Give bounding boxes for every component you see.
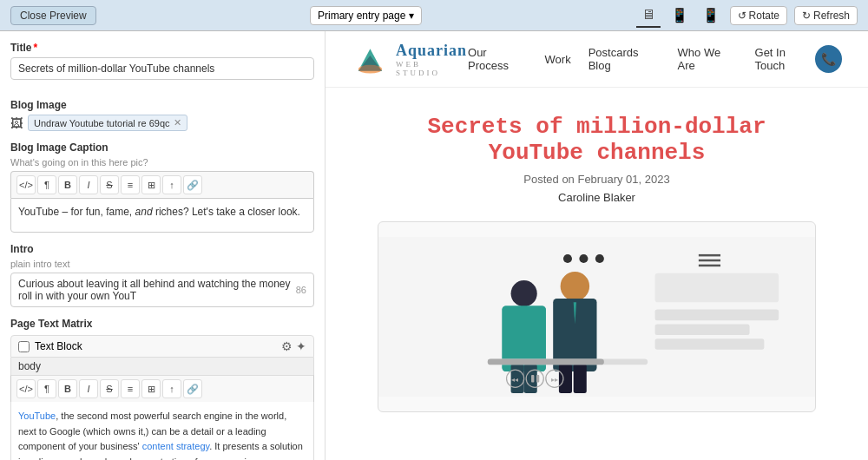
site-logo: Aquarian WEB STUDIO <box>352 40 468 78</box>
toolbar-image-btn[interactable]: ⊞ <box>141 175 161 194</box>
blog-content: Secrets of million-dollar YouTube channe… <box>326 88 868 438</box>
toolbar-strike-btn[interactable]: S <box>100 175 119 194</box>
phone-icon: 📞 <box>821 52 836 66</box>
blog-title: Secrets of million-dollar YouTube channe… <box>378 114 816 166</box>
youtube-link[interactable]: YouTube <box>18 411 56 421</box>
required-indicator: * <box>33 42 37 54</box>
nav-postcards-blog[interactable]: Postcards Blog <box>589 46 661 72</box>
svg-rect-8 <box>699 260 720 262</box>
top-bar-right: 🖥 📱 📱 ↺ Rotate ↻ Refresh <box>636 3 858 28</box>
blog-image-caption-sublabel: What's going on in this here pic? <box>10 157 314 168</box>
blog-image-svg: ◂◂ ▸▸ <box>378 222 815 411</box>
refresh-button[interactable]: ↻ Refresh <box>794 6 858 25</box>
blog-author: Caroline Blaker <box>378 191 816 204</box>
site-nav: Aquarian WEB STUDIO Our Process Work Pos… <box>326 31 868 88</box>
phone-button[interactable]: 📞 <box>815 45 842 73</box>
svg-rect-18 <box>574 364 587 393</box>
logo-subtitle: WEB STUDIO <box>396 60 468 77</box>
intro-char-count: 86 <box>296 285 306 295</box>
text-block-settings-btn[interactable]: ⚙ <box>281 339 293 353</box>
text-block-row-left: Text Block <box>18 340 82 352</box>
top-bar-left: Close Preview <box>10 6 96 25</box>
body-toolbar-code-btn[interactable]: </> <box>16 379 36 398</box>
body-toolbar-italic-btn[interactable]: I <box>79 379 98 398</box>
tablet-device-icon[interactable]: 📱 <box>667 3 692 28</box>
right-panel: Aquarian WEB STUDIO Our Process Work Pos… <box>326 31 868 460</box>
blog-image-section: Blog Image 🖼 Undraw Youtube tutorial re … <box>10 99 314 131</box>
intro-text[interactable]: Curious about leaving it all behind and … <box>18 278 293 302</box>
nav-who-we-are[interactable]: Who We Are <box>678 46 738 72</box>
svg-rect-29 <box>531 375 534 382</box>
title-label: Title* <box>10 42 314 54</box>
svg-text:◂◂: ◂◂ <box>511 375 518 384</box>
svg-rect-7 <box>699 254 720 257</box>
text-block-move-btn[interactable]: ✦ <box>296 339 306 353</box>
body-toolbar-bold-btn[interactable]: B <box>58 379 77 398</box>
body-editor[interactable]: YouTube, the second most powerful search… <box>10 402 314 460</box>
svg-point-15 <box>561 272 590 301</box>
svg-point-6 <box>595 254 604 263</box>
title-input[interactable] <box>10 57 314 80</box>
chevron-down-icon: ▾ <box>409 10 414 22</box>
nav-our-process[interactable]: Our Process <box>468 46 528 72</box>
body-toolbar-paragraph-btn[interactable]: ¶ <box>37 379 56 398</box>
top-bar: Close Preview Primary entry page ▾ 🖥 📱 📱… <box>0 0 868 31</box>
top-bar-center: Primary entry page ▾ <box>310 6 422 25</box>
refresh-icon: ↻ <box>802 10 811 22</box>
blog-image-caption-section: Blog Image Caption What's going on in th… <box>10 141 314 233</box>
caption-toolbar: </> ¶ B I S ≡ ⊞ ↑ 🔗 <box>10 171 314 198</box>
intro-label: Intro <box>10 243 314 255</box>
text-block-checkbox[interactable] <box>18 341 30 352</box>
toolbar-link-btn[interactable]: 🔗 <box>183 175 202 194</box>
blog-image-placeholder: ◂◂ ▸▸ <box>378 221 816 412</box>
page-selector-label: Primary entry page <box>318 10 405 22</box>
page-selector-dropdown[interactable]: Primary entry page ▾ <box>310 6 422 25</box>
toolbar-italic-btn[interactable]: I <box>79 175 98 194</box>
rotate-button[interactable]: ↺ Rotate <box>730 6 787 25</box>
nav-get-in-touch[interactable]: Get In Touch <box>755 46 816 72</box>
svg-point-10 <box>511 280 537 306</box>
intro-input-container: Curious about leaving it all behind and … <box>10 273 314 307</box>
title-section: Title* <box>10 42 314 89</box>
intro-section: Intro plain intro text Curious about lea… <box>10 243 314 307</box>
text-block-row-right: ⚙ ✦ <box>281 339 306 353</box>
left-panel: Title* Blog Image 🖼 Undraw Youtube tutor… <box>0 31 326 460</box>
toolbar-upload-btn[interactable]: ↑ <box>162 175 181 194</box>
toolbar-list-btn[interactable]: ≡ <box>121 175 140 194</box>
matrix-title: Page Text Matrix <box>10 318 92 330</box>
svg-rect-17 <box>559 364 572 393</box>
logo-svg <box>352 40 389 78</box>
blog-image-caption-label: Blog Image Caption <box>10 141 314 154</box>
matrix-header: Page Text Matrix <box>10 318 314 330</box>
svg-rect-25 <box>488 359 604 365</box>
remove-tag-button[interactable]: ✕ <box>174 117 181 128</box>
body-toolbar-list-btn[interactable]: ≡ <box>121 379 140 398</box>
body-toolbar-upload-btn[interactable]: ↑ <box>162 379 181 398</box>
logo-name: Aquarian <box>396 42 468 60</box>
logo-text: Aquarian WEB STUDIO <box>396 42 468 77</box>
body-toolbar-strike-btn[interactable]: S <box>100 379 119 398</box>
rotate-icon: ↺ <box>738 10 746 22</box>
svg-rect-21 <box>655 310 779 321</box>
caption-editor[interactable]: YouTube – for fun, fame, and riches? Let… <box>10 198 314 233</box>
desktop-device-icon[interactable]: 🖥 <box>636 3 661 28</box>
toolbar-code-btn[interactable]: </> <box>16 175 36 194</box>
close-preview-button[interactable]: Close Preview <box>10 6 96 25</box>
image-icon: 🖼 <box>10 116 23 130</box>
blog-image-label: Blog Image <box>10 99 314 111</box>
toolbar-bold-btn[interactable]: B <box>58 175 77 194</box>
svg-rect-9 <box>699 265 720 267</box>
nav-work[interactable]: Work <box>545 53 571 66</box>
mobile-device-icon[interactable]: 📱 <box>699 3 723 28</box>
svg-point-4 <box>563 254 572 263</box>
toolbar-paragraph-btn[interactable]: ¶ <box>37 175 56 194</box>
text-block-row: Text Block ⚙ ✦ <box>10 335 314 358</box>
body-toolbar-link-btn[interactable]: 🔗 <box>183 379 202 398</box>
body-toolbar-image-btn[interactable]: ⊞ <box>141 379 161 398</box>
blog-image-tag-container: 🖼 Undraw Youtube tutorial re 69qc ✕ <box>10 115 314 131</box>
text-block-label: Text Block <box>35 340 82 352</box>
content-strategy-link[interactable]: content strategy <box>142 441 209 451</box>
svg-rect-22 <box>655 324 750 335</box>
svg-rect-23 <box>655 338 765 350</box>
svg-rect-30 <box>536 375 539 382</box>
